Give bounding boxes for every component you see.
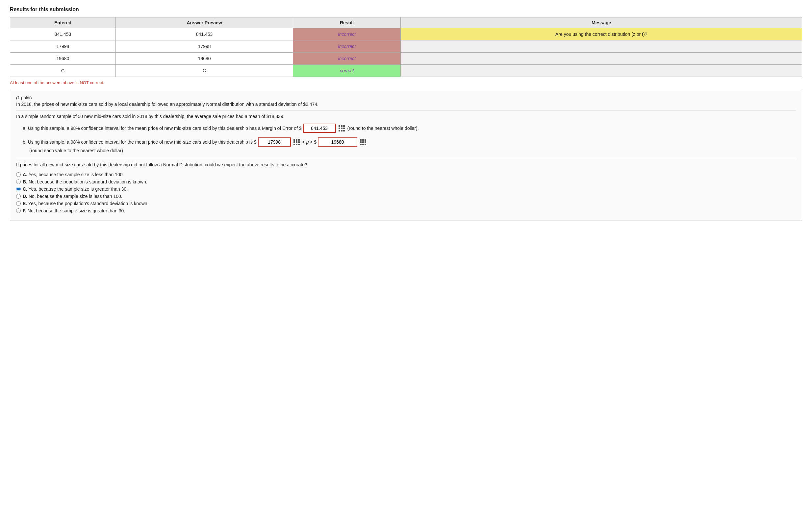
- table-row: 17998: [115, 41, 293, 52]
- question-box: (1 point) In 2018, the prices of new mid…: [10, 90, 802, 221]
- radio-label-e: E. Yes, because the population's standar…: [23, 201, 149, 206]
- part-a-line: a. Using this sample, a 98% confidence i…: [23, 124, 796, 133]
- result-cell: correct: [293, 65, 401, 77]
- question-part-b: b. Using this sample, a 98% confidence i…: [16, 137, 796, 153]
- divider-1: [16, 110, 796, 110]
- message-cell: [401, 41, 802, 52]
- radio-c[interactable]: [16, 187, 21, 191]
- table-row: 841.453: [10, 28, 116, 41]
- part-b-input-2[interactable]: [318, 137, 357, 147]
- result-cell: incorrect: [293, 28, 401, 41]
- radio-label-f: F. No, because the sample size is greate…: [23, 208, 125, 213]
- part-b-subtext: (round each value to the nearest whole d…: [23, 148, 796, 153]
- message-cell: Are you using the correct distribution (…: [401, 28, 802, 41]
- radio-a[interactable]: [16, 172, 21, 177]
- radio-d[interactable]: [16, 194, 21, 198]
- sample-text: In a simple random sample of 50 new mid-…: [16, 114, 796, 119]
- intro-text: In 2018, the prices of new mid-size cars…: [16, 102, 796, 107]
- col-header-entered: Entered: [10, 17, 116, 28]
- radio-f[interactable]: [16, 208, 21, 213]
- question-part-a: a. Using this sample, a 98% confidence i…: [16, 124, 796, 133]
- part-a-text-before: Using this sample, a 98% confidence inte…: [28, 125, 302, 131]
- table-row: 19680: [115, 52, 293, 65]
- col-header-message: Message: [401, 17, 802, 28]
- radio-label-b: B. No, because the population's standard…: [23, 179, 147, 184]
- col-header-preview: Answer Preview: [115, 17, 293, 28]
- part-b-grid-icon-1: [292, 139, 301, 145]
- points-label: (1 point): [16, 95, 796, 100]
- part-b-grid-icon-2: [359, 139, 367, 145]
- part-b-between-text: < μ < $: [302, 139, 317, 145]
- table-row: 19680: [10, 52, 116, 65]
- result-cell: incorrect: [293, 52, 401, 65]
- radio-item-b[interactable]: B. No, because the population's standard…: [16, 179, 796, 184]
- radio-item-d[interactable]: D. No, because the sample size is less t…: [16, 194, 796, 199]
- col-header-result: Result: [293, 17, 401, 28]
- radio-label-c: C. Yes, because the sample size is great…: [23, 186, 128, 192]
- part-a-input[interactable]: [303, 124, 336, 133]
- table-row: 841.453: [115, 28, 293, 41]
- message-cell: [401, 52, 802, 65]
- part-a-label: a.: [23, 125, 27, 131]
- page-title: Results for this submission: [10, 6, 802, 13]
- results-table: Entered Answer Preview Result Message 84…: [10, 17, 802, 77]
- part-b-line: b. Using this sample, a 98% confidence i…: [23, 137, 796, 147]
- table-row: C: [115, 65, 293, 77]
- part-a-text-after: (round to the nearest whole dollar).: [347, 125, 419, 131]
- divider-2: [16, 158, 796, 158]
- table-row: C: [10, 65, 116, 77]
- radio-item-f[interactable]: F. No, because the sample size is greate…: [16, 208, 796, 213]
- part-a-grid-icon: [337, 125, 346, 132]
- result-cell: incorrect: [293, 41, 401, 52]
- table-row: 17998: [10, 41, 116, 52]
- radio-label-d: D. No, because the sample size is less t…: [23, 194, 122, 199]
- radio-item-e[interactable]: E. Yes, because the population's standar…: [16, 201, 796, 206]
- not-correct-message: At least one of the answers above is NOT…: [10, 80, 802, 85]
- radio-label-a: A. Yes, because the sample size is less …: [23, 172, 124, 177]
- part-b-input-1[interactable]: [258, 137, 291, 147]
- message-cell: [401, 65, 802, 77]
- separator-question: If prices for all new mid-size cars sold…: [16, 162, 796, 167]
- part-b-text-before: Using this sample, a 98% confidence inte…: [28, 139, 257, 145]
- radio-section: A. Yes, because the sample size is less …: [16, 172, 796, 213]
- radio-b[interactable]: [16, 180, 21, 184]
- radio-e[interactable]: [16, 201, 21, 206]
- part-b-label: b.: [23, 139, 27, 145]
- radio-item-a[interactable]: A. Yes, because the sample size is less …: [16, 172, 796, 177]
- radio-item-c[interactable]: C. Yes, because the sample size is great…: [16, 186, 796, 192]
